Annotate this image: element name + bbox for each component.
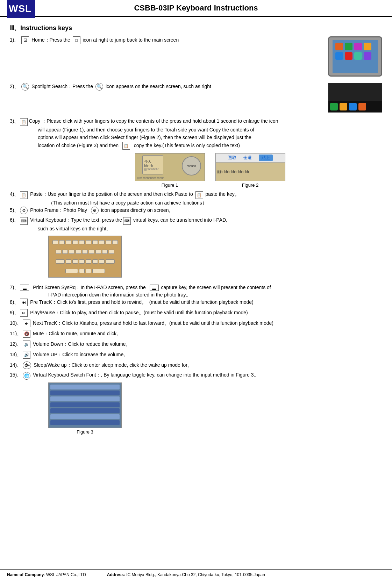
instruction-row-3: 3)、 📋 Copy ：Please click with your finge… (10, 118, 382, 150)
app-6 (345, 52, 352, 60)
vk-sub: such as virtual keys on the right。 (38, 225, 382, 232)
paste-sub: （This action must first have a copy past… (48, 199, 382, 207)
print-key-icon: ▬ (150, 285, 159, 291)
instruction-row-8: 8)、 ⏮ Pre TracK：Click to's first, press … (10, 299, 382, 306)
kb-key (86, 269, 91, 273)
num-14: 14)、 (10, 361, 22, 369)
app-7 (354, 52, 362, 60)
fig1-content: 今天 hhhhh jjjjhhhhhhhh (142, 155, 163, 174)
vk-text: Virtual Keyboard：Type the text, press th… (29, 217, 122, 223)
instruction-row-4: 4)、 📋 Paste：Use your finger to the posit… (10, 191, 382, 207)
ipad-image (328, 36, 382, 77)
instruction-row-14: 14)、 ⏻△ Sleep/Wake up：Click to enter sle… (10, 361, 382, 369)
f3-row-7 (50, 420, 120, 425)
ps-text: Print Screen SysRq：In the I-PAD screen, … (30, 285, 148, 291)
kb-key (92, 259, 98, 264)
kb-key (106, 240, 111, 244)
fig1-magnifier: hhhhhh (182, 156, 201, 176)
app-2 (345, 43, 352, 50)
kb-key (72, 240, 78, 244)
copy-indent-3: location of choice (Figure 3) and then 📋… (38, 142, 382, 150)
kb-key (79, 240, 85, 244)
kb-key (86, 240, 91, 244)
instruction-row-9: 9)、 ⏯ Play/Pause：Click to play, and then… (10, 309, 382, 317)
footer-company: Name of Company: WSL JAPAN Co.,LTD (7, 572, 86, 577)
copy-icon: 📋 (20, 118, 28, 126)
mute-icon: 🔇 (23, 330, 30, 338)
vksf-header: 15)、 🌐 Virtual Keyboard Switch Font：, By… (10, 372, 382, 380)
kb-key (52, 240, 58, 244)
num-3: 3)、 (10, 118, 19, 124)
kb-key (99, 259, 105, 264)
vksf-text: Virtual Keyboard Switch Font：, By langua… (31, 372, 258, 378)
kb-key (99, 240, 105, 244)
select-text: 選取 (228, 155, 236, 161)
f3-row-3 (50, 396, 120, 401)
kb-key (79, 269, 85, 273)
app-8 (364, 52, 371, 60)
copy-indent-1: will appear (Figure 1), and then choose … (38, 126, 382, 134)
paste-text: Paste：Use your finger to the position of… (29, 191, 194, 198)
instruction-row-7: 7)、 ▬ Print Screen SysRq：In the I-PAD sc… (10, 285, 382, 299)
section-title: Ⅲ、Instructions keys (10, 24, 382, 32)
figure-1-image: 今天 hhhhh jjjjhhhhhhhh hhhhhh jjjjhhhhhhh… (135, 153, 205, 181)
playpause-icon: ⏯ (20, 309, 28, 317)
kb-row-3 (51, 259, 119, 264)
instruction-1-text: 1)、 ⊡ Home：Press the □ icon at right to … (10, 36, 325, 44)
dock-4 (358, 103, 366, 110)
paste-tail: paste the key。 (204, 191, 240, 198)
kb-row-4 (51, 269, 119, 273)
instruction-row-1: 1)、 ⊡ Home：Press the □ icon at right to … (10, 36, 382, 77)
copy-key-icon: 📋 (122, 142, 130, 150)
nexttrack-text: Next TracK：Click to Xiashou, press and h… (31, 320, 273, 327)
volup-icon: 🔊 (23, 351, 30, 359)
address-value: IC Moriya Bldg., Kandakonya-Cho 32, Chiy… (126, 572, 265, 577)
kb-key (66, 240, 71, 244)
figure-1-box: 今天 hhhhh jjjjhhhhhhhh hhhhhh jjjjhhhhhhh… (135, 153, 205, 188)
app-1 (335, 43, 343, 50)
instruction-row-10: 10)、 ⏭ Next TracK：Click to Xiashou, pres… (10, 320, 382, 327)
copy-ui-bar: 選取 全選 貼上 (216, 153, 285, 163)
kb-key (72, 259, 78, 264)
f3-row-4 (50, 402, 120, 407)
figure-3-container: Figure 3 (48, 382, 382, 435)
photo-text: Photo Frame：Photo Play (29, 207, 90, 214)
kb-row-2 (51, 250, 119, 254)
keyboard-icon: ⌨ (20, 217, 28, 225)
mute-text: Mute：Click to mute, unmute and click。 (31, 330, 121, 337)
instruction-row-15: 15)、 🌐 Virtual Keyboard Switch Font：, By… (10, 372, 382, 435)
app-4 (364, 43, 371, 50)
num-11: 11)、 (10, 330, 22, 337)
sleep-text: Sleep/Wake up：Click to enter sleep mode,… (32, 361, 192, 369)
kb-key (56, 250, 61, 254)
header: WSL CSBB-03IP Keyboard Instructions (0, 0, 392, 17)
ipad-image-container (328, 36, 382, 77)
copy-header: 3)、 📋 Copy ：Please click with your finge… (10, 118, 382, 126)
instruction-row-6: 6)、 ⌨ Virtual Keyboard：Type the text, pr… (10, 217, 382, 277)
photo-icon: ⚙ (20, 207, 28, 214)
paste-icon: 📋 (20, 191, 28, 199)
address-label: Address: (107, 572, 125, 577)
ps-tail: capture key, the screen will present the… (160, 285, 271, 290)
f3-row-2 (50, 391, 120, 395)
figure-2-image: 選取 全選 貼上 jjjjjhhhhhhhhhhhhhhhh (215, 153, 285, 181)
kb-key (89, 250, 94, 254)
dock-2 (340, 103, 347, 110)
num-6: 6)、 (10, 217, 19, 223)
instruction-row-11: 11)、 🔇 Mute：Click to mute, unmute and cl… (10, 330, 382, 338)
figure-3-box: Figure 3 (48, 382, 122, 435)
figure-3-caption: Figure 3 (77, 429, 93, 435)
instruction-2-content: Spotlight Search：Press the (31, 84, 94, 89)
kb-key (79, 259, 85, 264)
fig2-content: jjjjjhhhhhhhhhhhhhhhh (216, 163, 285, 181)
company-name: WSL JAPAN Co.,LTD (46, 572, 86, 577)
kb-key (59, 240, 65, 244)
kb-key (86, 259, 91, 264)
app-grid (333, 40, 378, 63)
copy-indent-2: options will appear and then click Selec… (38, 134, 382, 141)
content: Ⅲ、Instructions keys 1)、 ⊡ Home：Press the… (0, 17, 392, 569)
rewind-icon: ⏮ (20, 299, 28, 306)
ps-header: 7)、 ▬ Print Screen SysRq：In the I-PAD sc… (10, 285, 382, 291)
company-label: Name of Company (7, 572, 44, 577)
instruction-row-13: 13)、 🔊 Volume UP：Click to increase the v… (10, 351, 382, 359)
